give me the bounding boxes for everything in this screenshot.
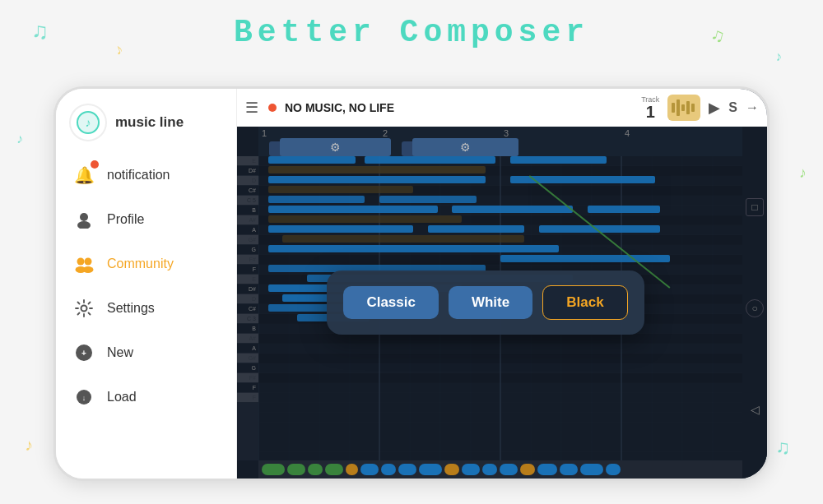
logo-text: music line	[115, 114, 184, 131]
new-label: New	[107, 345, 133, 360]
sidebar: ♪ music line 🔔 notification Profile	[56, 89, 237, 479]
svg-point-6	[85, 258, 92, 266]
classic-button[interactable]: Classic	[343, 286, 439, 319]
sidebar-logo: ♪ music line	[56, 89, 236, 153]
svg-text:♪: ♪	[86, 116, 91, 129]
forward-button[interactable]: →	[746, 100, 759, 115]
load-label: Load	[107, 390, 137, 405]
svg-point-4	[77, 258, 85, 266]
theme-selector-popup: Classic White Black	[327, 270, 644, 335]
svg-point-7	[83, 266, 94, 273]
record-dot	[268, 104, 277, 112]
new-icon: +	[72, 341, 95, 364]
app-title-area: Better Composer	[0, 15, 823, 50]
s-button[interactable]: S	[728, 100, 737, 115]
sidebar-item-new[interactable]: + New	[56, 331, 236, 375]
grid-area: 1 2 3 4 ⚙ ⚙	[237, 127, 767, 479]
track-num: 1	[646, 104, 655, 120]
svg-rect-18	[686, 101, 690, 114]
load-icon: ↓	[72, 386, 95, 409]
sidebar-item-settings[interactable]: Settings	[56, 286, 236, 331]
app-title: Better Composer	[234, 15, 589, 50]
svg-rect-17	[681, 104, 685, 111]
svg-point-2	[80, 213, 88, 221]
notification-label: notification	[107, 168, 170, 183]
gear-icon	[72, 297, 95, 320]
svg-point-3	[77, 221, 91, 229]
settings-label: Settings	[107, 301, 155, 316]
sidebar-item-profile[interactable]: Profile	[56, 197, 236, 242]
logo-circle: ♪	[69, 104, 107, 141]
svg-rect-16	[677, 99, 680, 116]
svg-rect-15	[672, 103, 675, 113]
svg-rect-19	[691, 104, 695, 112]
popup-overlay: Classic White Black	[237, 127, 767, 479]
people-icon	[72, 252, 95, 275]
bell-icon: 🔔	[72, 164, 95, 187]
play-button[interactable]: ▶	[709, 99, 720, 117]
notification-badge	[91, 160, 99, 169]
person-icon	[72, 208, 95, 231]
black-button[interactable]: Black	[542, 285, 627, 320]
track-area: Track 1	[641, 95, 659, 120]
song-title: NO MUSIC, NO LIFE	[285, 101, 633, 114]
top-bar: ☰ NO MUSIC, NO LIFE Track 1 ▶ S →	[237, 89, 767, 127]
hamburger-icon[interactable]: ☰	[245, 99, 258, 117]
white-button[interactable]: White	[449, 286, 532, 319]
sidebar-item-community[interactable]: Community	[56, 242, 236, 286]
svg-point-8	[81, 306, 87, 312]
svg-text:↓: ↓	[82, 394, 86, 402]
community-label: Community	[107, 257, 174, 271]
track-thumbnail[interactable]	[667, 95, 700, 121]
svg-text:+: +	[81, 349, 86, 358]
phone-frame: ♪ music line 🔔 notification Profile	[53, 86, 770, 481]
sidebar-item-notification[interactable]: 🔔 notification	[56, 153, 236, 197]
main-content: ☰ NO MUSIC, NO LIFE Track 1 ▶ S →	[237, 89, 767, 479]
profile-label: Profile	[107, 212, 144, 227]
sidebar-item-load[interactable]: ↓ Load	[56, 375, 236, 419]
